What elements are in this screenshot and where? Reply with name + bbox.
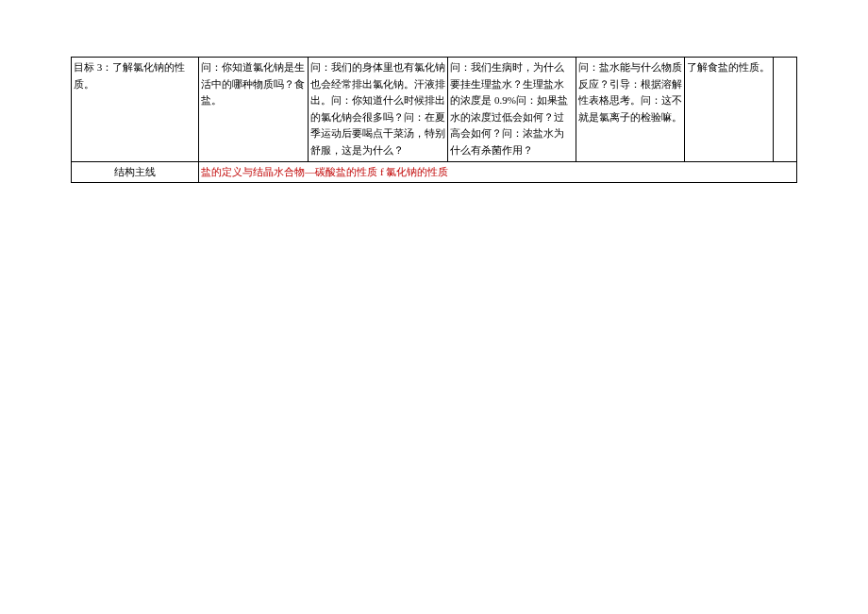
lesson-table: 目标 3：了解氯化钠的性质。 问：你知道氯化钠是生活中的哪种物质吗？食盐。 问：… — [71, 57, 797, 183]
cell-q2: 问：我们的身体里也有氯化钠也会经常排出氯化钠。汗液排出。问：你知道什么时候排出的… — [308, 58, 448, 162]
cell-structure-label: 结构主线 — [72, 161, 199, 183]
table-row: 目标 3：了解氯化钠的性质。 问：你知道氯化钠是生活中的哪种物质吗？食盐。 问：… — [72, 58, 797, 162]
cell-outcome: 了解食盐的性质。 — [685, 58, 774, 162]
cell-objective: 目标 3：了解氯化钠的性质。 — [72, 58, 199, 162]
document-page: 目标 3：了解氯化钠的性质。 问：你知道氯化钠是生活中的哪种物质吗？食盐。 问：… — [0, 0, 868, 614]
cell-structure-content: 盐的定义与结晶水合物—碳酸盐的性质 f 氯化钠的性质 — [199, 161, 797, 183]
cell-q4: 问：盐水能与什么物质反应？引导：根据溶解性表格思考。问：这不就是氯离子的检验嘛。 — [576, 58, 685, 162]
table-row: 结构主线 盐的定义与结晶水合物—碳酸盐的性质 f 氯化钠的性质 — [72, 161, 797, 183]
cell-empty — [773, 58, 796, 162]
cell-q3: 问：我们生病时，为什么要挂生理盐水？生理盐水的浓度是 0.9%问：如果盐水的浓度… — [448, 58, 576, 162]
cell-q1: 问：你知道氯化钠是生活中的哪种物质吗？食盐。 — [199, 58, 309, 162]
